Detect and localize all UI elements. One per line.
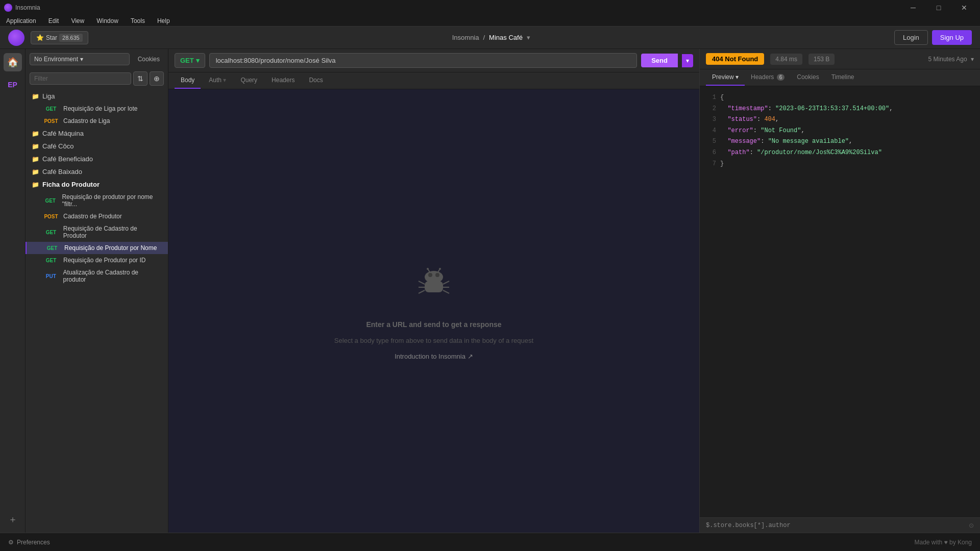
folder-ficha-produtor[interactable]: 📁 Ficha do Produtor (26, 178, 168, 191)
intro-label: Introduction to Insomnia (395, 353, 465, 360)
svg-line-11 (443, 281, 449, 284)
star-button[interactable]: ⭐ Star 28.635 (31, 31, 88, 44)
preferences-label[interactable]: Preferences (17, 539, 50, 546)
folder-ficha-label: Ficha do Produtor (42, 181, 100, 188)
request-name: Requisição de Produtor por Nome (64, 244, 157, 252)
status-bar-left: ⚙ Preferences (8, 539, 50, 546)
request-produtor-id[interactable]: GET Requisição de Produtor por ID (26, 254, 168, 266)
filter-icon: ⊙ (969, 522, 974, 529)
response-panel: 404 Not Found 4.84 ms 153 B 5 Minutes Ag… (699, 49, 980, 533)
cookies-button[interactable]: Cookies (134, 54, 164, 65)
activity-icon-home[interactable]: 🏠 (4, 53, 22, 71)
tab-preview[interactable]: Preview ▾ (706, 69, 745, 86)
method-put-badge: PUT (42, 273, 60, 279)
jsonpath-input[interactable] (706, 522, 969, 529)
request-name: Atualização de Cadastro de produtor (63, 269, 162, 283)
external-link-icon: ↗ (468, 353, 473, 360)
method-dropdown-icon: ▾ (196, 57, 200, 64)
request-name: Cadastro de Produtor (63, 213, 122, 220)
method-get-badge: GET (42, 230, 60, 235)
tab-headers[interactable]: Headers 6 (745, 69, 791, 86)
request-produtor-nome-active[interactable]: GET Requisição de Produtor por Nome (26, 242, 168, 254)
send-button[interactable]: Send (641, 54, 678, 67)
folder-cafe-baixado-label: Café Baixado (42, 168, 82, 176)
activity-icon-add[interactable]: ＋ (4, 510, 22, 529)
env-label: No Environment (34, 56, 78, 63)
signup-button[interactable]: Sign Up (932, 30, 972, 45)
request-panel: GET ▾ Send ▾ Body Auth ▾ Query Headers D… (168, 49, 699, 533)
environment-selector[interactable]: No Environment ▾ (30, 53, 130, 65)
svg-line-8 (419, 281, 425, 284)
add-request-button[interactable]: ⊕ (150, 71, 164, 86)
folder-cafe-beneficiado-label: Café Beneficiado (42, 155, 93, 163)
line-num: 5 (706, 136, 716, 147)
sidebar-header: No Environment ▾ Cookies (26, 49, 168, 69)
folder-liga-label: Liga (42, 92, 55, 100)
svg-point-6 (427, 268, 429, 270)
intro-link[interactable]: Introduction to Insomnia ↗ (395, 353, 473, 360)
close-button[interactable]: ✕ (952, 0, 976, 15)
folder-cafe-beneficiado[interactable]: 📁 Café Beneficiado (26, 153, 168, 165)
menu-window[interactable]: Window (94, 16, 120, 26)
tab-docs[interactable]: Docs (303, 72, 329, 89)
request-body: Enter a URL and send to get a response S… (168, 89, 699, 533)
svg-point-7 (439, 268, 441, 270)
menu-tools[interactable]: Tools (129, 16, 147, 26)
request-produtor-filtro[interactable]: GET Requisição de produtor por nome "fil… (26, 191, 168, 210)
folder-cafe-baixado[interactable]: 📁 Café Baixado (26, 165, 168, 178)
request-liga-post[interactable]: POST Cadastro de Liga (26, 115, 168, 127)
bug-icon (413, 262, 454, 312)
env-dropdown-icon: ▾ (80, 56, 83, 63)
request-requisicao-cadastro[interactable]: GET Requisição de Cadastro de Produtor (26, 222, 168, 242)
method-get-badge: GET (42, 106, 60, 112)
json-brace: { (720, 92, 724, 104)
tab-timeline[interactable]: Timeline (825, 69, 861, 86)
tab-auth[interactable]: Auth ▾ (203, 72, 232, 89)
response-header: 404 Not Found 4.84 ms 153 B 5 Minutes Ag… (700, 49, 980, 69)
request-tabs: Body Auth ▾ Query Headers Docs (168, 72, 699, 89)
request-atualizacao-cadastro[interactable]: PUT Atualização de Cadastro de produtor (26, 266, 168, 286)
method-get-badge: GET (42, 198, 59, 204)
auth-buttons: Login Sign Up (894, 30, 972, 45)
project-label: Insomnia (452, 34, 479, 41)
headers-count-badge: 6 (777, 74, 785, 81)
sort-button[interactable]: ⇅ (133, 71, 148, 86)
body-hint: Enter a URL and send to get a response (366, 320, 501, 329)
title-bar-left: Insomnia (4, 4, 40, 12)
method-selector[interactable]: GET ▾ (175, 53, 205, 68)
send-dropdown-button[interactable]: ▾ (682, 54, 693, 67)
maximize-button[interactable]: □ (927, 0, 950, 15)
json-brace: } (720, 159, 724, 170)
menu-view[interactable]: View (69, 16, 86, 26)
login-button[interactable]: Login (894, 30, 928, 45)
activity-icon-env[interactable]: EP (4, 76, 22, 94)
project-dropdown-icon[interactable]: ▾ (527, 34, 530, 41)
menu-help[interactable]: Help (155, 16, 172, 26)
tab-cookies[interactable]: Cookies (791, 69, 825, 86)
tab-body[interactable]: Body (175, 72, 201, 89)
request-cadastro-produtor[interactable]: POST Cadastro de Produtor (26, 210, 168, 222)
made-with-label: Made with ♥ by Kong (914, 539, 972, 546)
folder-cafe-maquina[interactable]: 📁 Café Máquina (26, 127, 168, 140)
json-line-6: 6 "path": "/produtor/nome/Jos%C3%A9%20Si… (706, 147, 974, 159)
folder-cafe-coco[interactable]: 📁 Café Côco (26, 140, 168, 153)
method-post-badge: POST (42, 118, 60, 124)
toolbar-logo-icon (8, 30, 24, 46)
preferences-icon: ⚙ (8, 539, 14, 546)
menu-edit[interactable]: Edit (46, 16, 61, 26)
url-input[interactable] (209, 53, 637, 68)
status-bar: ⚙ Preferences Made with ♥ by Kong (0, 533, 980, 551)
filter-input[interactable] (30, 72, 131, 85)
folder-liga[interactable]: 📁 Liga (26, 90, 168, 103)
response-time: 4.84 ms (770, 54, 802, 65)
sidebar: No Environment ▾ Cookies ⇅ ⊕ 📁 Liga GET … (26, 49, 168, 533)
sidebar-actions: ⇅ ⊕ (133, 71, 164, 86)
url-bar: GET ▾ Send ▾ (168, 49, 699, 72)
request-liga-get[interactable]: GET Requisição de Liga por lote (26, 103, 168, 115)
tab-query[interactable]: Query (234, 72, 263, 89)
tab-headers[interactable]: Headers (265, 72, 301, 89)
chevron-down-icon: ▾ (971, 56, 974, 63)
minimize-button[interactable]: ─ (901, 0, 925, 15)
menu-application[interactable]: Application (4, 16, 38, 26)
line-num: 7 (706, 159, 716, 170)
